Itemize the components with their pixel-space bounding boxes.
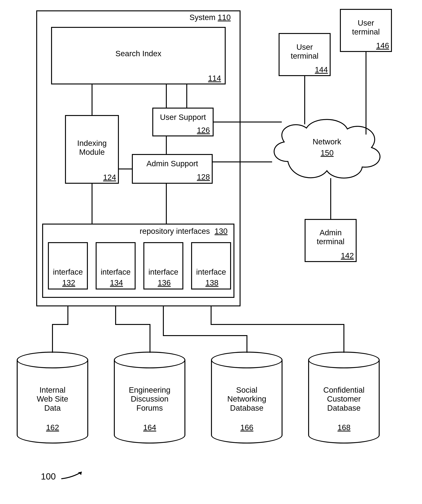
conn-network-to-adminterminal (330, 178, 331, 219)
conn-134-a (115, 306, 116, 325)
conn-136-a (163, 306, 164, 336)
figure-ref: 100 (41, 471, 56, 481)
db-164-title: Engineering Discussion Forums (114, 386, 185, 413)
conn-ut144-to-network (304, 76, 305, 124)
search-index-title: Search Index (51, 49, 226, 58)
conn-136-b (163, 335, 247, 336)
conn-search-to-usersupport-b (186, 84, 187, 108)
conn-indexing-to-adminsupport (119, 168, 132, 169)
system-title: System (186, 13, 215, 22)
search-index-ref: 114 (208, 74, 221, 83)
admin-terminal-ref: 142 (341, 251, 354, 260)
system-ref: 110 (218, 13, 231, 22)
db-164-ref: 164 (143, 423, 156, 432)
interface-134-title: interface (96, 268, 136, 276)
conn-search-to-usersupport-a (166, 84, 167, 108)
repo-interfaces-title: repository interfaces (126, 227, 210, 236)
interface-138-ref: 138 (205, 278, 218, 287)
conn-adminsupport-to-repo (166, 184, 167, 224)
conn-usersupport-to-network (214, 121, 282, 122)
conn-132-a (67, 306, 68, 325)
conn-usersupport-to-adminsupport (166, 136, 167, 155)
interface-136-title: interface (143, 268, 183, 276)
interface-136-ref: 136 (158, 278, 171, 287)
user-terminal-146-ref: 146 (376, 41, 389, 50)
admin-support-ref: 128 (197, 173, 210, 181)
user-terminal-146-title: User terminal (340, 18, 392, 36)
db-162-title: Internal Web Site Data (17, 386, 88, 413)
conn-search-to-indexing (92, 84, 92, 115)
user-terminal-144-ref: 144 (315, 65, 328, 74)
conn-138-c (343, 324, 344, 353)
user-support-title: User Support (152, 113, 214, 122)
indexing-module-title: Indexing Module (65, 139, 119, 157)
conn-138-b (211, 324, 344, 325)
interface-134-ref: 134 (110, 278, 123, 287)
figure-arrow-icon (59, 468, 89, 481)
admin-terminal-title: Admin terminal (305, 228, 357, 246)
diagram-canvas: System 110 Search Index 114 Indexing Mod… (0, 0, 422, 504)
db-166-title: Social Networking Database (211, 386, 282, 413)
interface-138-title: interface (191, 268, 231, 276)
indexing-module-ref: 124 (103, 173, 116, 182)
conn-132-c (52, 324, 53, 353)
repo-interfaces-ref: 130 (214, 227, 227, 236)
db-162-ref: 162 (46, 423, 59, 432)
conn-134-c (150, 324, 150, 353)
conn-136-c (246, 335, 247, 353)
conn-138-a (211, 306, 212, 325)
user-support-ref: 126 (197, 126, 210, 135)
conn-indexing-to-repo (92, 184, 92, 224)
conn-ut146-to-network (366, 52, 367, 135)
conn-134-b (115, 324, 150, 325)
network-ref: 150 (321, 149, 334, 157)
user-terminal-144-title: User terminal (279, 43, 331, 61)
admin-support-title: Admin Support (132, 159, 213, 168)
db-168-ref: 168 (337, 423, 350, 432)
conn-132-b (52, 324, 68, 325)
network-title: Network (290, 137, 364, 146)
interface-132-title: interface (48, 268, 88, 276)
interface-132-ref: 132 (62, 278, 75, 287)
db-168-title: Confidential Customer Database (308, 386, 380, 413)
db-166-ref: 166 (240, 423, 253, 432)
conn-adminsupport-to-network (213, 162, 272, 162)
